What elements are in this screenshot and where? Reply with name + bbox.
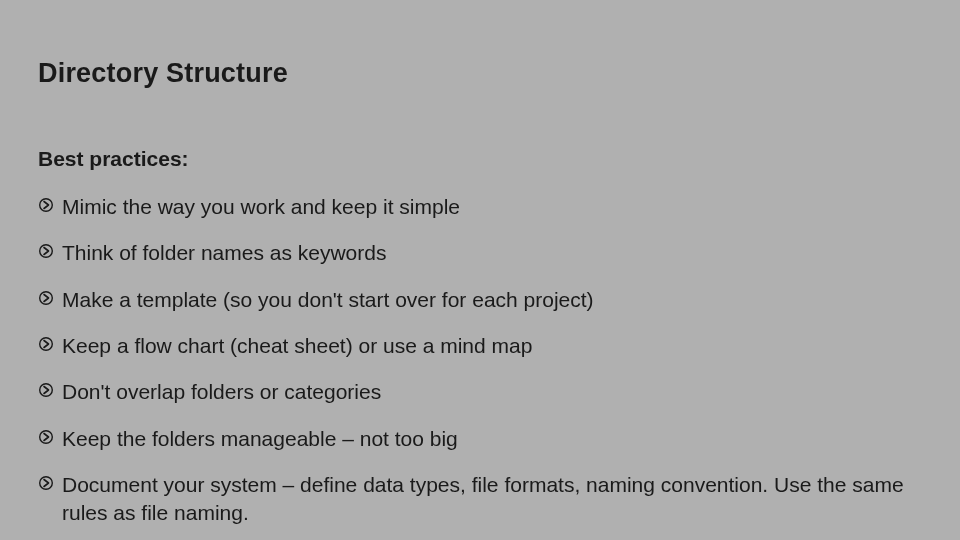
- bullet-text: Make a template (so you don't start over…: [62, 288, 594, 311]
- svg-point-6: [40, 477, 53, 490]
- circle-arrow-icon: [38, 382, 54, 398]
- list-item: Keep a flow chart (cheat sheet) or use a…: [38, 332, 922, 360]
- bullet-text: Don't overlap folders or categories: [62, 380, 381, 403]
- circle-arrow-icon: [38, 475, 54, 491]
- list-item: Make a template (so you don't start over…: [38, 286, 922, 314]
- circle-arrow-icon: [38, 336, 54, 352]
- svg-point-0: [40, 199, 53, 212]
- svg-point-4: [40, 384, 53, 397]
- circle-arrow-icon: [38, 197, 54, 213]
- svg-point-5: [40, 430, 53, 443]
- bullet-text: Keep the folders manageable – not too bi…: [62, 427, 458, 450]
- slide: Directory Structure Best practices: Mimi…: [0, 0, 960, 540]
- circle-arrow-icon: [38, 429, 54, 445]
- bullet-text: Mimic the way you work and keep it simpl…: [62, 195, 460, 218]
- list-item: Mimic the way you work and keep it simpl…: [38, 193, 922, 221]
- bullet-list: Mimic the way you work and keep it simpl…: [38, 193, 922, 528]
- list-item: Document your system – define data types…: [38, 471, 922, 528]
- svg-point-2: [40, 291, 53, 304]
- circle-arrow-icon: [38, 243, 54, 259]
- circle-arrow-icon: [38, 290, 54, 306]
- bullet-text: Keep a flow chart (cheat sheet) or use a…: [62, 334, 532, 357]
- slide-title: Directory Structure: [38, 58, 922, 89]
- svg-point-3: [40, 338, 53, 351]
- list-item: Keep the folders manageable – not too bi…: [38, 425, 922, 453]
- list-item: Don't overlap folders or categories: [38, 378, 922, 406]
- svg-point-1: [40, 245, 53, 258]
- slide-subtitle: Best practices:: [38, 147, 922, 171]
- bullet-text: Think of folder names as keywords: [62, 241, 386, 264]
- bullet-text: Document your system – define data types…: [62, 473, 904, 524]
- list-item: Think of folder names as keywords: [38, 239, 922, 267]
